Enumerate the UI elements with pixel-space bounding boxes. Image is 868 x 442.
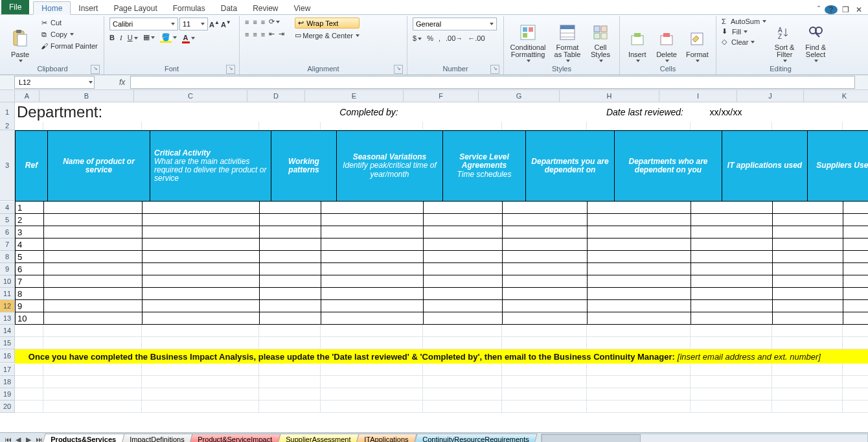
align-left-icon[interactable]: ≡ <box>245 30 249 38</box>
sheet-nav-first-icon[interactable]: ⏮ <box>3 434 13 442</box>
autosum-button[interactable]: Σ AutoSum <box>722 17 766 25</box>
tab-home[interactable]: Home <box>33 1 71 15</box>
cell-G10[interactable] <box>503 275 588 288</box>
cell-C7[interactable] <box>143 238 260 251</box>
tab-review[interactable]: Review <box>245 2 286 14</box>
cell-A6[interactable]: 3 <box>15 226 44 238</box>
cell-G7[interactable] <box>503 238 588 251</box>
col-G[interactable]: G <box>479 90 560 102</box>
font-name-select[interactable]: Calibri <box>109 17 178 30</box>
col-D[interactable]: D <box>247 90 305 102</box>
cell-A7[interactable]: 4 <box>15 238 44 251</box>
cell-C1[interactable] <box>141 102 257 116</box>
cell-K13[interactable] <box>843 312 868 325</box>
cell-K7[interactable] <box>843 238 868 251</box>
cell-A8[interactable]: 5 <box>15 251 44 263</box>
tab-view[interactable]: View <box>286 2 319 14</box>
cell-G1[interactable] <box>498 102 582 116</box>
sheet-nav-next-icon[interactable]: ▶ <box>23 434 34 442</box>
instruction-banner[interactable]: Once you have completed the Business Imp… <box>15 349 868 364</box>
number-format-select[interactable]: General <box>413 17 497 30</box>
cell-G13[interactable] <box>503 312 588 325</box>
sheet-tab-ITApplications[interactable]: ITApplications <box>356 434 418 442</box>
cell-E11[interactable] <box>321 288 424 300</box>
cell-H7[interactable] <box>588 238 691 251</box>
cell-A4[interactable]: 1 <box>15 202 44 214</box>
fill-button[interactable]: ⬇ Fill <box>722 27 766 36</box>
row-20[interactable]: 20 <box>0 401 15 413</box>
formula-input[interactable] <box>130 76 855 89</box>
cell-D12[interactable] <box>260 300 321 312</box>
cell-B9[interactable] <box>44 263 143 275</box>
clipboard-launcher-icon[interactable]: ↘ <box>91 65 100 74</box>
cell-F12[interactable] <box>424 300 503 312</box>
cell-C13[interactable] <box>143 312 260 325</box>
cell-D13[interactable] <box>260 312 321 325</box>
increase-indent-icon[interactable]: ⇥ <box>279 30 284 38</box>
cell-B13[interactable] <box>44 312 143 325</box>
cell-B11[interactable] <box>44 288 143 300</box>
sheet-tab-SupplierAssessment[interactable]: SupplierAssessment <box>277 434 360 442</box>
align-middle-icon[interactable]: ≡ <box>253 18 257 26</box>
cell-D6[interactable] <box>260 226 321 238</box>
cell-C9[interactable] <box>143 263 260 275</box>
row-4[interactable]: 4 <box>0 202 15 214</box>
cell-H12[interactable] <box>588 300 691 312</box>
spreadsheet[interactable]: A B C D E F G H I J K 1 Department: Comp… <box>0 90 868 432</box>
cell-K11[interactable] <box>843 288 868 300</box>
tab-data[interactable]: Data <box>213 2 245 14</box>
col-J[interactable]: J <box>737 90 804 102</box>
font-size-select[interactable]: 11 <box>179 17 208 30</box>
cell-I12[interactable] <box>691 300 773 312</box>
cell-E8[interactable] <box>321 251 424 263</box>
delete-cells-button[interactable]: Delete <box>652 17 681 64</box>
row-14[interactable]: 14 <box>0 325 15 337</box>
cell-D7[interactable] <box>260 238 321 251</box>
col-I[interactable]: I <box>659 90 737 102</box>
cell-J6[interactable] <box>773 226 843 238</box>
cell-J13[interactable] <box>773 312 843 325</box>
cell-C11[interactable] <box>143 288 260 300</box>
cell-G5[interactable] <box>503 214 588 226</box>
align-bottom-icon[interactable]: ≡ <box>261 18 265 26</box>
cell-C5[interactable] <box>143 214 260 226</box>
row-5[interactable]: 5 <box>0 214 15 226</box>
cell-E4[interactable] <box>321 202 424 214</box>
cell-F9[interactable] <box>424 263 503 275</box>
cell-B4[interactable] <box>44 202 143 214</box>
cell-F5[interactable] <box>424 214 503 226</box>
cell-F11[interactable] <box>424 288 503 300</box>
hdr-suppliers[interactable]: Suppliers Used <box>808 130 868 202</box>
cell-J5[interactable] <box>773 214 843 226</box>
col-K[interactable]: K <box>804 90 868 102</box>
sort-filter-button[interactable]: AZ Sort & Filter <box>769 17 800 64</box>
row-15[interactable]: 15 <box>0 337 15 349</box>
cell-F8[interactable] <box>424 251 503 263</box>
row-7[interactable]: 7 <box>0 238 15 251</box>
increase-decimal-icon[interactable]: .00→ <box>446 34 463 42</box>
cell-B7[interactable] <box>44 238 143 251</box>
cell-I9[interactable] <box>691 263 773 275</box>
percent-button[interactable]: % <box>427 34 433 42</box>
paste-button[interactable]: Paste <box>4 17 36 64</box>
cell-D9[interactable] <box>260 263 321 275</box>
cell-H10[interactable] <box>588 275 691 288</box>
select-all-corner[interactable] <box>0 90 15 102</box>
cell-I13[interactable] <box>691 312 773 325</box>
cell-I5[interactable] <box>691 214 773 226</box>
currency-button[interactable]: $ <box>413 34 422 42</box>
cell-A9[interactable]: 6 <box>15 263 44 275</box>
cell-E1[interactable]: Completed by: <box>318 102 420 122</box>
cell-B5[interactable] <box>44 214 143 226</box>
fx-icon[interactable]: fx <box>114 78 130 87</box>
window-restore-icon[interactable]: ❐ <box>840 5 851 14</box>
cell-F6[interactable] <box>424 226 503 238</box>
sheet-tab-Products&Services[interactable]: Products&Services <box>41 434 124 442</box>
conditional-formatting-button[interactable]: Conditional Formatting <box>507 17 549 64</box>
cell-E9[interactable] <box>321 263 424 275</box>
cell-D11[interactable] <box>260 288 321 300</box>
cell-F4[interactable] <box>424 202 503 214</box>
row-3[interactable]: 3 <box>0 130 15 201</box>
cell-K5[interactable] <box>843 214 868 226</box>
cell-H5[interactable] <box>588 214 691 226</box>
